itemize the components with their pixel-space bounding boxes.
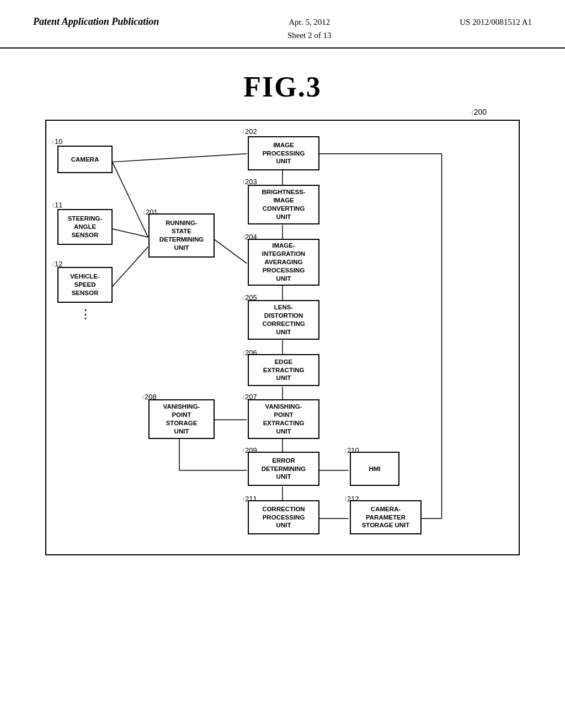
ref-label-10: 〈10	[49, 137, 62, 146]
diagram-outer-box: 〈10 〈11 〈12 〈201 〈202 〈203 〈204 〈205 〈20…	[45, 120, 520, 555]
integration-averaging-block: IMAGE-INTEGRATIONAVERAGINGPROCESSINGUNIT	[248, 239, 319, 286]
svg-line-2	[113, 229, 148, 237]
correction-processing-block: CORRECTIONPROCESSINGUNIT	[248, 500, 319, 534]
ref-label-202: 〈202	[239, 127, 257, 136]
camera-block: CAMERA	[57, 146, 113, 173]
header-center: Apr. 5, 2012 Sheet 2 of 13	[287, 15, 332, 42]
svg-line-1	[113, 162, 148, 237]
hmi-block: HMI	[350, 452, 399, 486]
patent-number: US 2012/0081512 A1	[460, 15, 532, 29]
ellipsis-dots: ⋮	[79, 308, 92, 320]
steering-angle-sensor-block: STEERING-ANGLESENSOR	[57, 209, 113, 245]
publication-title: Patent Application Publication	[33, 15, 159, 28]
error-determining-block: ERRORDETERMININGUNIT	[248, 452, 319, 486]
camera-param-storage-block: CAMERA-PARAMETERSTORAGE UNIT	[350, 500, 422, 534]
ref-label-11: 〈11	[49, 201, 62, 210]
lens-distortion-block: LENS-DISTORTIONCORRECTINGUNIT	[248, 300, 319, 340]
running-state-block: RUNNING-STATEDETERMININGUNIT	[148, 213, 215, 258]
page-header: Patent Application Publication Apr. 5, 2…	[0, 0, 565, 49]
publication-date: Apr. 5, 2012	[289, 18, 330, 26]
vanishing-point-extracting-block: VANISHING-POINTEXTRACTINGUNIT	[248, 399, 319, 439]
edge-extracting-block: EDGEEXTRACTINGUNIT	[248, 354, 319, 386]
svg-line-3	[113, 247, 148, 287]
figure-title: FIG.3	[0, 71, 565, 103]
svg-line-0	[113, 154, 247, 162]
brightness-image-block: BRIGHTNESS-IMAGECONVERTINGUNIT	[248, 185, 319, 224]
diagram-container: 〈200	[34, 120, 531, 555]
sheet-info: Sheet 2 of 13	[287, 31, 332, 40]
vanishing-point-storage-block: VANISHING-POINTSTORAGEUNIT	[148, 399, 215, 439]
ref-200: 〈200	[468, 108, 487, 117]
vehicle-speed-sensor-block: VEHICLE-SPEEDSENSOR	[57, 267, 113, 303]
image-processing-block: IMAGEPROCESSINGUNIT	[248, 136, 319, 170]
